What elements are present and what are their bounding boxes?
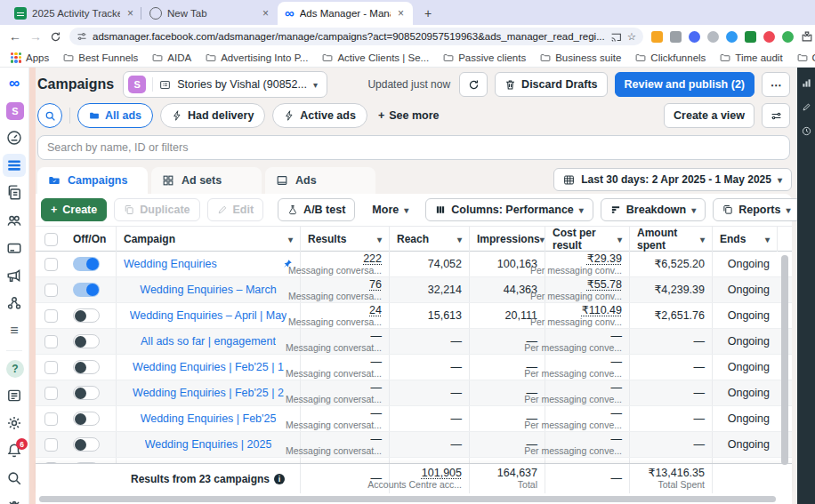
extension-camera[interactable] [707,31,719,43]
menu-icon[interactable]: ≡ [6,323,22,339]
overview-gauge-icon[interactable] [6,130,22,146]
select-all-checkbox[interactable] [44,233,58,246]
footer-reach[interactable]: 101,905 [422,468,462,479]
info-icon[interactable]: i [274,474,285,484]
campaign-toggle[interactable] [73,412,100,426]
row-checkbox[interactable] [44,412,58,426]
bookmark-star-icon[interactable]: ☆ [627,30,636,43]
extension-red-circle[interactable] [763,31,775,43]
campaign-toggle[interactable] [73,257,100,271]
bookmark-folder[interactable]: Active Clients | Se... [322,52,429,63]
cost-per-result-value[interactable]: ₹55.78 [587,279,622,291]
browser-tab-newtab[interactable]: New Tab × [142,2,278,25]
tab-close-icon[interactable]: × [396,7,406,20]
campaign-name-link[interactable]: Wedding Enquiries | 2025 [145,438,272,451]
bookmark-folder[interactable]: Time audit [720,52,782,63]
filter-settings-button[interactable] [762,103,790,128]
vertical-scrollbar-thumb[interactable] [781,255,788,465]
row-checkbox[interactable] [44,361,58,374]
results-value[interactable]: 24 [369,305,382,316]
cost-per-result-value[interactable]: — [611,408,623,420]
cost-per-result-value[interactable]: — [611,331,623,342]
campaign-toggle[interactable] [73,308,100,323]
campaign-name-link[interactable]: Wedding Enquiries – March [140,284,276,296]
create-button[interactable]: +Create [41,198,107,221]
tab-close-icon[interactable]: × [261,7,270,20]
cost-per-result-value[interactable]: — [611,356,623,368]
extension-code[interactable] [670,31,682,43]
forward-icon[interactable]: → [29,30,42,43]
campaign-toggle[interactable] [73,360,100,374]
results-value[interactable]: 222 [363,253,382,265]
bookmark-folder[interactable]: Business suite [540,52,621,63]
cost-per-result-value[interactable]: ₹29.39 [587,253,622,265]
campaigns-table-icon[interactable] [6,157,22,173]
row-checkbox[interactable] [44,438,58,452]
edit-button[interactable]: Edit [207,198,264,221]
campaign-name-link[interactable]: Wedding Enquiries | Feb'25 | 1 [133,361,284,373]
bookmark-folder[interactable]: Advertising Into P... [206,52,308,63]
columns-button[interactable]: Columns: Performance▾ [425,198,593,221]
account-avatar[interactable]: S [6,102,22,118]
col-header-results[interactable]: Results▾ [300,227,389,252]
extension-blue-flower[interactable] [689,31,700,43]
results-value[interactable]: — [371,434,383,445]
results-value[interactable]: 76 [369,279,382,291]
bookmark-apps[interactable]: Apps [11,52,49,63]
ad-account-selector[interactable]: S Stories by Vishal (90852... ▾ [123,71,327,98]
more-button[interactable]: More▾ [362,198,418,221]
results-value[interactable]: — [371,356,383,368]
bookmark-folder[interactable]: Passive clients [443,52,526,63]
row-checkbox[interactable] [44,284,58,297]
filter-pill-had-delivery[interactable]: Had delivery [160,103,265,128]
bug-report-icon[interactable] [6,498,22,504]
tab-ads[interactable]: Ads [265,167,375,194]
duplicate-button[interactable]: Duplicate [114,198,199,221]
row-checkbox[interactable] [44,258,58,271]
partners-icon[interactable] [6,295,22,311]
see-more-button[interactable]: +See more [378,109,440,122]
extension-blue-circle[interactable] [726,31,738,43]
results-value[interactable]: — [371,408,383,420]
col-header-cost-per-result[interactable]: Cost per result▾ [545,227,629,252]
campaign-name-link[interactable]: Wedding Enquiries | Feb'25 | 2 [133,387,284,399]
filter-pill-active-ads[interactable]: Active ads [272,103,367,128]
row-checkbox[interactable] [44,387,58,400]
address-bar[interactable]: adsmanager.facebook.com/adsmanager/manag… [69,28,643,45]
search-input[interactable] [37,135,790,160]
extension-green-plus[interactable] [782,31,794,43]
date-range-selector[interactable]: Last 30 days: 2 Apr 2025 - 1 May 2025 ▾ [553,168,792,191]
results-value[interactable]: — [371,382,383,394]
cost-per-result-value[interactable]: — [611,434,623,445]
review-publish-button[interactable]: Review and publish (2) [615,72,754,97]
campaign-toggle[interactable] [73,437,100,452]
back-icon[interactable]: ← [9,30,21,43]
bookmark-folder[interactable]: Clickfunnels [635,52,706,63]
results-value[interactable]: — [371,331,383,342]
cost-per-result-value[interactable]: ₹110.49 [582,305,622,316]
create-view-button[interactable]: Create a view [664,103,754,128]
row-checkbox[interactable] [44,335,58,348]
cast-icon[interactable] [610,31,622,43]
horizontal-scrollbar-thumb[interactable] [39,496,776,502]
notifications-bell-icon[interactable]: 6 [6,443,22,459]
browser-tab-ads-manager[interactable]: ∞ Ads Manager - Manage ads - × [278,2,413,25]
extension-green-sheet[interactable] [745,31,756,43]
help-icon[interactable]: ? [6,360,22,376]
campaign-toggle[interactable] [73,386,100,400]
campaign-toggle[interactable] [73,462,100,464]
col-header-off-on[interactable]: Off/On [66,227,116,252]
edit-pencil-icon[interactable] [802,102,811,112]
filter-pill-all-ads[interactable]: All ads [77,103,153,128]
filter-search-icon[interactable] [37,103,62,128]
history-clock-icon[interactable] [802,126,811,136]
campaign-name-link[interactable]: Wedding Enquiries – April | May [130,309,287,322]
settings-gear-icon[interactable] [6,415,22,431]
discard-drafts-button[interactable]: Discard Drafts [495,72,607,97]
bookmark-folder[interactable]: Best Funnels [63,52,138,63]
campaign-name-link[interactable]: Wedding Enquiries | Feb'25 [141,412,277,425]
tab-close-icon[interactable]: × [125,7,135,20]
insights-chart-icon[interactable] [802,78,811,88]
audiences-icon[interactable] [6,212,22,228]
breakdown-button[interactable]: Breakdown▾ [601,198,706,221]
